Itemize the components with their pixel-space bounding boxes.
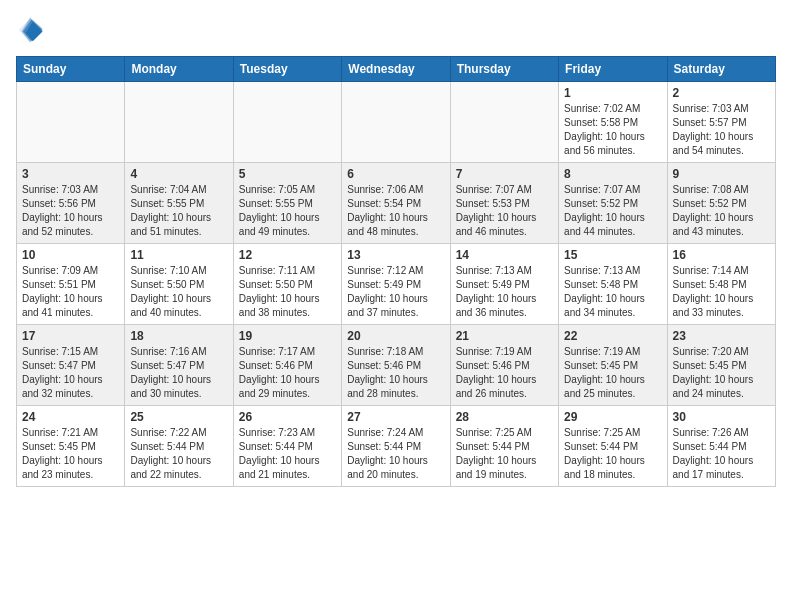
day-number: 17: [22, 329, 119, 343]
calendar-cell: [342, 82, 450, 163]
calendar-cell: 19Sunrise: 7:17 AM Sunset: 5:46 PM Dayli…: [233, 325, 341, 406]
calendar-cell: 13Sunrise: 7:12 AM Sunset: 5:49 PM Dayli…: [342, 244, 450, 325]
calendar-cell: [233, 82, 341, 163]
day-info: Sunrise: 7:03 AM Sunset: 5:56 PM Dayligh…: [22, 183, 119, 239]
logo: [16, 16, 48, 44]
day-info: Sunrise: 7:26 AM Sunset: 5:44 PM Dayligh…: [673, 426, 770, 482]
day-number: 20: [347, 329, 444, 343]
calendar-cell: 26Sunrise: 7:23 AM Sunset: 5:44 PM Dayli…: [233, 406, 341, 487]
calendar-week-1: 1Sunrise: 7:02 AM Sunset: 5:58 PM Daylig…: [17, 82, 776, 163]
day-number: 26: [239, 410, 336, 424]
day-info: Sunrise: 7:16 AM Sunset: 5:47 PM Dayligh…: [130, 345, 227, 401]
calendar-cell: 28Sunrise: 7:25 AM Sunset: 5:44 PM Dayli…: [450, 406, 558, 487]
calendar-cell: 10Sunrise: 7:09 AM Sunset: 5:51 PM Dayli…: [17, 244, 125, 325]
calendar-cell: 14Sunrise: 7:13 AM Sunset: 5:49 PM Dayli…: [450, 244, 558, 325]
calendar-cell: 30Sunrise: 7:26 AM Sunset: 5:44 PM Dayli…: [667, 406, 775, 487]
calendar-cell: 4Sunrise: 7:04 AM Sunset: 5:55 PM Daylig…: [125, 163, 233, 244]
day-info: Sunrise: 7:19 AM Sunset: 5:46 PM Dayligh…: [456, 345, 553, 401]
weekday-header-thursday: Thursday: [450, 57, 558, 82]
day-number: 9: [673, 167, 770, 181]
day-info: Sunrise: 7:12 AM Sunset: 5:49 PM Dayligh…: [347, 264, 444, 320]
day-info: Sunrise: 7:25 AM Sunset: 5:44 PM Dayligh…: [564, 426, 661, 482]
calendar-cell: 6Sunrise: 7:06 AM Sunset: 5:54 PM Daylig…: [342, 163, 450, 244]
calendar-cell: 12Sunrise: 7:11 AM Sunset: 5:50 PM Dayli…: [233, 244, 341, 325]
calendar-table: SundayMondayTuesdayWednesdayThursdayFrid…: [16, 56, 776, 487]
calendar-cell: 5Sunrise: 7:05 AM Sunset: 5:55 PM Daylig…: [233, 163, 341, 244]
weekday-header-monday: Monday: [125, 57, 233, 82]
calendar-cell: 27Sunrise: 7:24 AM Sunset: 5:44 PM Dayli…: [342, 406, 450, 487]
day-number: 12: [239, 248, 336, 262]
day-number: 15: [564, 248, 661, 262]
day-number: 24: [22, 410, 119, 424]
day-info: Sunrise: 7:11 AM Sunset: 5:50 PM Dayligh…: [239, 264, 336, 320]
day-info: Sunrise: 7:19 AM Sunset: 5:45 PM Dayligh…: [564, 345, 661, 401]
day-number: 29: [564, 410, 661, 424]
day-info: Sunrise: 7:06 AM Sunset: 5:54 PM Dayligh…: [347, 183, 444, 239]
day-info: Sunrise: 7:23 AM Sunset: 5:44 PM Dayligh…: [239, 426, 336, 482]
calendar-cell: [125, 82, 233, 163]
day-number: 13: [347, 248, 444, 262]
calendar-week-5: 24Sunrise: 7:21 AM Sunset: 5:45 PM Dayli…: [17, 406, 776, 487]
calendar-cell: 23Sunrise: 7:20 AM Sunset: 5:45 PM Dayli…: [667, 325, 775, 406]
calendar-cell: 20Sunrise: 7:18 AM Sunset: 5:46 PM Dayli…: [342, 325, 450, 406]
day-number: 6: [347, 167, 444, 181]
weekday-header-saturday: Saturday: [667, 57, 775, 82]
day-number: 28: [456, 410, 553, 424]
day-number: 1: [564, 86, 661, 100]
page-header: [16, 16, 776, 44]
day-info: Sunrise: 7:22 AM Sunset: 5:44 PM Dayligh…: [130, 426, 227, 482]
calendar-cell: 16Sunrise: 7:14 AM Sunset: 5:48 PM Dayli…: [667, 244, 775, 325]
calendar-week-3: 10Sunrise: 7:09 AM Sunset: 5:51 PM Dayli…: [17, 244, 776, 325]
calendar-cell: 3Sunrise: 7:03 AM Sunset: 5:56 PM Daylig…: [17, 163, 125, 244]
day-number: 16: [673, 248, 770, 262]
calendar-cell: 2Sunrise: 7:03 AM Sunset: 5:57 PM Daylig…: [667, 82, 775, 163]
day-number: 30: [673, 410, 770, 424]
day-number: 14: [456, 248, 553, 262]
weekday-header-sunday: Sunday: [17, 57, 125, 82]
calendar-cell: 21Sunrise: 7:19 AM Sunset: 5:46 PM Dayli…: [450, 325, 558, 406]
calendar-cell: 8Sunrise: 7:07 AM Sunset: 5:52 PM Daylig…: [559, 163, 667, 244]
day-number: 2: [673, 86, 770, 100]
calendar-cell: 17Sunrise: 7:15 AM Sunset: 5:47 PM Dayli…: [17, 325, 125, 406]
day-info: Sunrise: 7:07 AM Sunset: 5:52 PM Dayligh…: [564, 183, 661, 239]
day-number: 7: [456, 167, 553, 181]
day-number: 23: [673, 329, 770, 343]
day-info: Sunrise: 7:09 AM Sunset: 5:51 PM Dayligh…: [22, 264, 119, 320]
day-info: Sunrise: 7:15 AM Sunset: 5:47 PM Dayligh…: [22, 345, 119, 401]
day-info: Sunrise: 7:08 AM Sunset: 5:52 PM Dayligh…: [673, 183, 770, 239]
day-number: 18: [130, 329, 227, 343]
calendar-cell: [450, 82, 558, 163]
day-number: 19: [239, 329, 336, 343]
day-number: 21: [456, 329, 553, 343]
day-info: Sunrise: 7:07 AM Sunset: 5:53 PM Dayligh…: [456, 183, 553, 239]
calendar-cell: 24Sunrise: 7:21 AM Sunset: 5:45 PM Dayli…: [17, 406, 125, 487]
calendar-header-row: SundayMondayTuesdayWednesdayThursdayFrid…: [17, 57, 776, 82]
day-number: 27: [347, 410, 444, 424]
day-info: Sunrise: 7:21 AM Sunset: 5:45 PM Dayligh…: [22, 426, 119, 482]
calendar-cell: 22Sunrise: 7:19 AM Sunset: 5:45 PM Dayli…: [559, 325, 667, 406]
weekday-header-friday: Friday: [559, 57, 667, 82]
calendar-cell: 11Sunrise: 7:10 AM Sunset: 5:50 PM Dayli…: [125, 244, 233, 325]
day-number: 5: [239, 167, 336, 181]
calendar-week-4: 17Sunrise: 7:15 AM Sunset: 5:47 PM Dayli…: [17, 325, 776, 406]
day-number: 4: [130, 167, 227, 181]
day-info: Sunrise: 7:03 AM Sunset: 5:57 PM Dayligh…: [673, 102, 770, 158]
day-info: Sunrise: 7:20 AM Sunset: 5:45 PM Dayligh…: [673, 345, 770, 401]
calendar-cell: 18Sunrise: 7:16 AM Sunset: 5:47 PM Dayli…: [125, 325, 233, 406]
calendar-cell: 15Sunrise: 7:13 AM Sunset: 5:48 PM Dayli…: [559, 244, 667, 325]
weekday-header-wednesday: Wednesday: [342, 57, 450, 82]
day-info: Sunrise: 7:10 AM Sunset: 5:50 PM Dayligh…: [130, 264, 227, 320]
day-info: Sunrise: 7:05 AM Sunset: 5:55 PM Dayligh…: [239, 183, 336, 239]
day-info: Sunrise: 7:13 AM Sunset: 5:48 PM Dayligh…: [564, 264, 661, 320]
day-number: 10: [22, 248, 119, 262]
calendar-cell: 9Sunrise: 7:08 AM Sunset: 5:52 PM Daylig…: [667, 163, 775, 244]
weekday-header-tuesday: Tuesday: [233, 57, 341, 82]
day-info: Sunrise: 7:14 AM Sunset: 5:48 PM Dayligh…: [673, 264, 770, 320]
day-number: 8: [564, 167, 661, 181]
calendar-cell: 1Sunrise: 7:02 AM Sunset: 5:58 PM Daylig…: [559, 82, 667, 163]
day-info: Sunrise: 7:04 AM Sunset: 5:55 PM Dayligh…: [130, 183, 227, 239]
day-number: 11: [130, 248, 227, 262]
calendar-cell: 7Sunrise: 7:07 AM Sunset: 5:53 PM Daylig…: [450, 163, 558, 244]
calendar-cell: [17, 82, 125, 163]
day-info: Sunrise: 7:02 AM Sunset: 5:58 PM Dayligh…: [564, 102, 661, 158]
